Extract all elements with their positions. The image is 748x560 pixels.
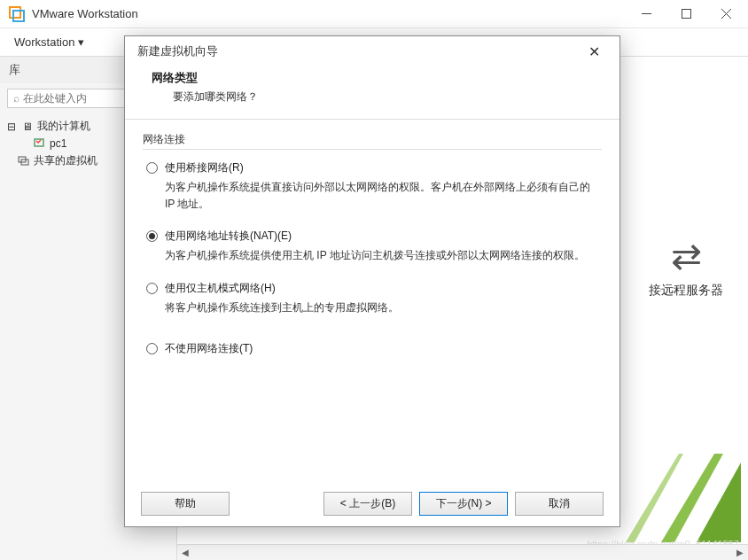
back-button[interactable]: < 上一步(B) [323, 492, 412, 516]
search-icon: ⌕ [13, 92, 19, 105]
dialog-footer: 帮助 < 上一步(B) 下一步(N) > 取消 [125, 481, 619, 526]
close-button[interactable] [706, 1, 746, 27]
radio-nat[interactable]: 使用网络地址转换(NAT)(E) [146, 229, 602, 244]
scroll-right-button[interactable]: ▶ [732, 545, 748, 560]
radio-label: 使用网络地址转换(NAT)(E) [165, 229, 292, 244]
remote-server-tile[interactable]: ⇄ 接远程服务器 [624, 234, 748, 299]
cancel-button[interactable]: 取消 [515, 492, 604, 516]
tree-label: 我的计算机 [37, 119, 90, 134]
minimize-button[interactable] [627, 1, 666, 27]
divider [143, 149, 602, 150]
workstation-menu[interactable]: Workstation ▾ [9, 30, 90, 54]
radio-icon[interactable] [146, 162, 158, 174]
dialog-subheading: 要添加哪类网络？ [173, 89, 593, 105]
radio-icon[interactable] [146, 343, 158, 354]
app-icon [9, 6, 25, 22]
svg-rect-0 [10, 7, 20, 18]
radio-nat-desc: 为客户机操作系统提供使用主机 IP 地址访问主机拨号连接或外部以太网网络连接的权… [165, 247, 602, 264]
swap-arrows-icon: ⇄ [624, 234, 748, 277]
collapse-icon[interactable]: ⊟ [5, 121, 18, 132]
dialog-title-text: 新建虚拟机向导 [137, 43, 218, 59]
radio-bridged-desc: 为客户机操作系统提供直接访问外部以太网网络的权限。客户机在外部网络上必须有自己的… [165, 179, 602, 213]
dialog-heading: 网络类型 [152, 70, 593, 86]
chevron-down-icon: ▾ [78, 35, 84, 49]
radio-none[interactable]: 不使用网络连接(T) [146, 341, 602, 356]
vm-icon [34, 138, 46, 149]
dialog-titlebar: 新建虚拟机向导 ✕ [125, 36, 619, 66]
wizard-dialog: 新建虚拟机向导 ✕ 网络类型 要添加哪类网络？ 网络连接 使用桥接网络(R) 为… [124, 35, 620, 527]
radio-label: 不使用网络连接(T) [165, 341, 253, 356]
tree-label: pc1 [50, 137, 66, 150]
horizontal-scrollbar[interactable]: ◀ ▶ [177, 544, 748, 560]
titlebar: VMware Workstation [0, 0, 748, 28]
shared-icon [18, 156, 30, 167]
help-button[interactable]: 帮助 [141, 492, 230, 516]
radio-bridged[interactable]: 使用桥接网络(R) [146, 160, 602, 175]
svg-rect-1 [13, 11, 24, 21]
radio-label: 使用桥接网络(R) [165, 160, 244, 175]
radio-icon[interactable] [146, 230, 158, 242]
dialog-header: 网络类型 要添加哪类网络？ [125, 66, 619, 120]
maximize-button[interactable] [666, 1, 706, 27]
window-controls [627, 1, 746, 27]
remote-server-label: 接远程服务器 [624, 283, 748, 299]
radio-icon[interactable] [146, 283, 158, 294]
dialog-close-button[interactable]: ✕ [580, 43, 607, 60]
radio-hostonly-desc: 将客户机操作系统连接到主机上的专用虚拟网络。 [165, 299, 602, 316]
fieldset-label: 网络连接 [143, 132, 602, 147]
svg-rect-3 [682, 10, 691, 19]
radio-hostonly[interactable]: 使用仅主机模式网络(H) [146, 281, 602, 296]
computer-icon: 🖥 [21, 121, 34, 132]
tree-label: 共享的虚拟机 [34, 153, 97, 168]
dialog-body: 网络连接 使用桥接网络(R) 为客户机操作系统提供直接访问外部以太网网络的权限。… [125, 120, 619, 481]
next-button[interactable]: 下一步(N) > [419, 492, 508, 516]
decorative-graphic [626, 454, 741, 542]
workstation-menu-label: Workstation [14, 35, 74, 49]
radio-label: 使用仅主机模式网络(H) [165, 281, 276, 296]
window-title: VMware Workstation [32, 7, 627, 20]
scroll-left-button[interactable]: ◀ [177, 545, 193, 560]
